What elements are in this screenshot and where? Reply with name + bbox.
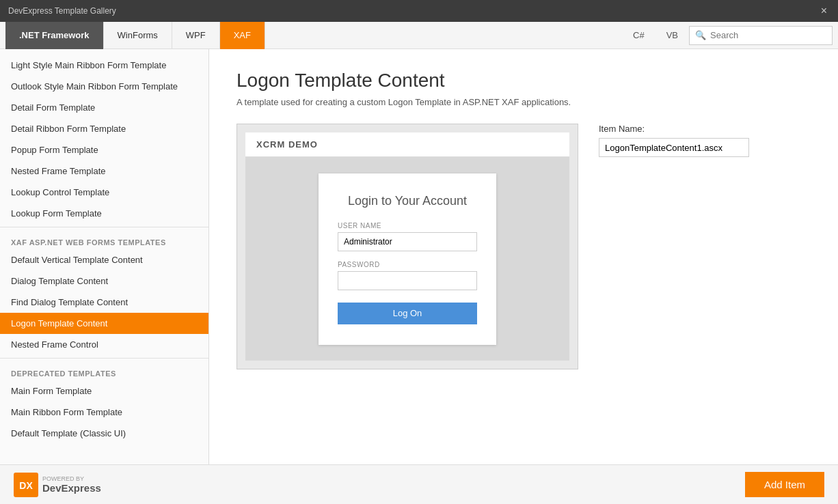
sidebar-item-lookup-form[interactable]: Lookup Form Template xyxy=(0,203,208,224)
lang-vb[interactable]: VB xyxy=(655,22,689,49)
item-name-label: Item Name: xyxy=(599,124,749,134)
tab-framework[interactable]: .NET Framework xyxy=(5,22,104,49)
preview-frame: XCRM DEMO Login to Your Account USER NAM… xyxy=(236,124,578,369)
detail-title: Logon Template Content xyxy=(236,70,811,92)
sidebar-item-nested-frame[interactable]: Nested Frame Template xyxy=(0,160,208,182)
sidebar-item-main-ribbon[interactable]: Main Ribbon Form Template xyxy=(0,402,208,423)
sidebar-item-main-form[interactable]: Main Form Template xyxy=(0,380,208,402)
password-label: PASSWORD xyxy=(338,261,477,268)
preview-header-logo: XCRM DEMO xyxy=(256,139,318,150)
footer: DX POWERED BY DevExpress Add Item xyxy=(0,464,838,504)
item-name-section: Item Name: xyxy=(599,124,749,157)
preview-row: XCRM DEMO Login to Your Account USER NAM… xyxy=(236,124,811,369)
sidebar-item-default-vertical[interactable]: Default Vertical Template Content xyxy=(0,249,208,270)
lang-csharp[interactable]: C# xyxy=(622,22,655,49)
footer-brand-name: DevExpress xyxy=(42,482,101,494)
sidebar-section-deprecated: DEPRECATED TEMPLATES xyxy=(0,361,208,380)
search-input[interactable] xyxy=(710,30,826,40)
footer-logo: DX POWERED BY DevExpress xyxy=(14,473,101,497)
tab-xaf[interactable]: XAF xyxy=(220,22,265,49)
tab-winforms[interactable]: WinForms xyxy=(104,22,172,49)
sidebar-item-dialog[interactable]: Dialog Template Content xyxy=(0,270,208,292)
preview-header: XCRM DEMO xyxy=(245,132,569,157)
sidebar-item-logon[interactable]: Logon Template Content xyxy=(0,313,208,334)
sidebar-item-detail-form[interactable]: Detail Form Template xyxy=(0,97,208,118)
sidebar-section-xaf-web: XAF ASP.NET WEB FORMS TEMPLATES xyxy=(0,230,208,249)
tab-bar: .NET Framework WinForms WPF XAF C# VB 🔍 xyxy=(0,22,838,49)
logon-button[interactable]: Log On xyxy=(338,303,477,324)
sidebar: Light Style Main Ribbon Form Template Ou… xyxy=(0,49,209,464)
preview-body: Login to Your Account USER NAME PASSWORD… xyxy=(245,157,569,361)
window-title: DevExpress Template Gallery xyxy=(8,6,116,16)
sidebar-item-outlook-ribbon[interactable]: Outlook Style Main Ribbon Form Template xyxy=(0,76,208,97)
username-input[interactable] xyxy=(338,232,477,251)
add-item-button[interactable]: Add Item xyxy=(745,472,824,497)
login-card-title: Login to Your Account xyxy=(338,194,477,208)
tab-wpf[interactable]: WPF xyxy=(172,22,220,49)
username-label: USER NAME xyxy=(338,222,477,229)
footer-powered-by: POWERED BY xyxy=(42,475,101,482)
detail-area: Logon Template Content A template used f… xyxy=(209,49,838,464)
main-content: Light Style Main Ribbon Form Template Ou… xyxy=(0,49,838,464)
sidebar-item-default-classic[interactable]: Default Template (Classic UI) xyxy=(0,423,208,444)
search-icon: 🔍 xyxy=(695,30,706,40)
svg-text:DX: DX xyxy=(19,480,33,491)
close-button[interactable]: × xyxy=(818,5,830,17)
preview-inner: XCRM DEMO Login to Your Account USER NAM… xyxy=(245,132,569,361)
login-card: Login to Your Account USER NAME PASSWORD… xyxy=(319,173,496,345)
sidebar-divider-1 xyxy=(0,227,208,227)
sidebar-item-find-dialog[interactable]: Find Dialog Template Content xyxy=(0,292,208,313)
sidebar-item-popup[interactable]: Popup Form Template xyxy=(0,139,208,160)
sidebar-item-detail-ribbon[interactable]: Detail Ribbon Form Template xyxy=(0,118,208,139)
sidebar-item-lookup-control[interactable]: Lookup Control Template xyxy=(0,182,208,203)
detail-description: A template used for creating a custom Lo… xyxy=(236,97,811,107)
title-bar: DevExpress Template Gallery × xyxy=(0,0,838,22)
sidebar-item-nested-frame-control[interactable]: Nested Frame Control xyxy=(0,334,208,355)
search-box: 🔍 xyxy=(689,26,833,45)
footer-logo-text-container: POWERED BY DevExpress xyxy=(42,475,101,494)
sidebar-divider-2 xyxy=(0,358,208,359)
item-name-input[interactable] xyxy=(599,138,749,157)
sidebar-item-light-ribbon[interactable]: Light Style Main Ribbon Form Template xyxy=(0,55,208,76)
password-input[interactable] xyxy=(338,271,477,290)
devexpress-logo-icon: DX xyxy=(14,473,38,497)
